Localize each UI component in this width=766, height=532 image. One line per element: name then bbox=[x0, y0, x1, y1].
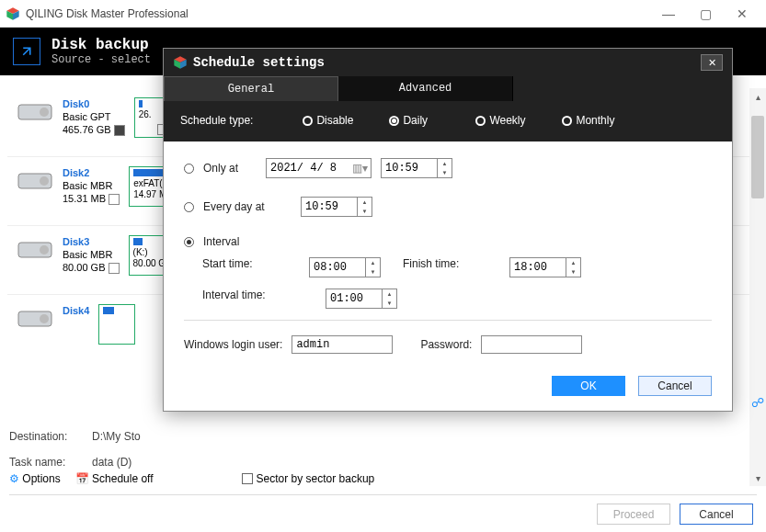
login-row: Windows login user: Password: bbox=[184, 335, 712, 354]
spinner-icon[interactable]: ▲▼ bbox=[382, 289, 396, 308]
destination-value: D:\My Sto bbox=[92, 430, 141, 443]
spinner-icon[interactable]: ▲▼ bbox=[357, 198, 372, 216]
svg-point-4 bbox=[40, 108, 49, 117]
app-title: QILING Disk Master Professional bbox=[26, 7, 650, 20]
interval-times-row: Start time: ▲▼ Finish time: ▲▼ bbox=[202, 257, 712, 277]
only-at-label: Only at bbox=[203, 162, 257, 175]
hdd-icon bbox=[17, 235, 53, 261]
start-time-label: Start time: bbox=[202, 257, 287, 277]
radio-only-at[interactable] bbox=[184, 164, 194, 174]
page-subtitle: Source - select bbox=[51, 53, 151, 66]
disk-name: Disk4 bbox=[63, 304, 89, 317]
only-at-time-input[interactable]: ▲▼ bbox=[381, 158, 452, 178]
every-day-row[interactable]: Every day at ▲▼ bbox=[184, 197, 712, 217]
tab-general[interactable]: General bbox=[164, 76, 338, 101]
disk-name: Disk2 bbox=[63, 166, 120, 179]
only-at-date-input[interactable]: ▥▾ bbox=[266, 158, 372, 178]
radio-monthly[interactable]: Monthly bbox=[562, 114, 635, 127]
separator bbox=[184, 320, 712, 321]
schedule-type-row: Schedule type: Disable Daily Weekly Mont… bbox=[164, 101, 732, 141]
scroll-up-icon[interactable]: ▴ bbox=[749, 88, 766, 105]
disk-checkbox[interactable] bbox=[109, 194, 120, 205]
radio-every-day[interactable] bbox=[184, 202, 194, 212]
disk-size: 465.76 GB bbox=[63, 124, 111, 135]
password-input[interactable] bbox=[481, 335, 582, 354]
minimize-button[interactable]: — bbox=[650, 0, 687, 28]
gear-icon: ⚙ bbox=[9, 472, 19, 485]
interval-time-row: Interval time: ▲▼ bbox=[202, 289, 712, 309]
taskname-label: Task name: bbox=[9, 456, 92, 469]
schedule-type-label: Schedule type: bbox=[180, 114, 253, 127]
dialog-body: Only at ▥▾ ▲▼ Every day at ▲▼ Interval S… bbox=[164, 141, 732, 411]
maximize-button[interactable]: ▢ bbox=[687, 0, 724, 28]
finish-time-label: Finish time: bbox=[403, 257, 487, 277]
dialog-cancel-button[interactable]: Cancel bbox=[638, 376, 712, 396]
app-logo-icon bbox=[6, 6, 20, 21]
spinner-icon[interactable]: ▲▼ bbox=[437, 159, 452, 177]
hdd-icon bbox=[17, 166, 53, 192]
schedule-button[interactable]: 📅 Schedule off bbox=[75, 472, 154, 485]
footer-buttons: Proceed Cancel bbox=[597, 504, 753, 525]
disk-type: Basic MBR bbox=[63, 179, 120, 192]
options-button[interactable]: ⚙ Options bbox=[9, 472, 61, 485]
hdd-icon bbox=[17, 304, 53, 330]
sector-checkbox-row[interactable]: Sector by sector backup bbox=[242, 472, 375, 485]
interval-time-input[interactable]: ▲▼ bbox=[326, 289, 397, 309]
options-row: ⚙ Options 📅 Schedule off Sector by secto… bbox=[9, 468, 757, 495]
dialog-footer: OK Cancel bbox=[184, 376, 712, 396]
proceed-button[interactable]: Proceed bbox=[597, 504, 670, 525]
every-day-label: Every day at bbox=[203, 200, 292, 213]
sector-checkbox[interactable] bbox=[242, 473, 253, 484]
disk-backup-icon bbox=[13, 38, 40, 65]
calendar-icon: 📅 bbox=[75, 472, 89, 485]
start-time-input[interactable]: ▲▼ bbox=[309, 257, 381, 277]
cancel-button[interactable]: Cancel bbox=[680, 504, 753, 525]
radio-daily[interactable]: Daily bbox=[389, 114, 463, 127]
destination-label: Destination: bbox=[9, 430, 92, 443]
disk-size: 80.00 GB bbox=[63, 262, 105, 273]
spinner-icon[interactable]: ▲▼ bbox=[365, 258, 380, 277]
disk-size: 15.31 MB bbox=[63, 193, 106, 204]
login-user-input[interactable] bbox=[292, 335, 393, 354]
disk-type: Basic GPT bbox=[63, 110, 125, 123]
spinner-icon[interactable]: ▲▼ bbox=[566, 258, 580, 277]
svg-point-6 bbox=[40, 176, 49, 186]
dialog-titlebar: Schedule settings ✕ bbox=[164, 49, 732, 76]
disk-type: Basic MBR bbox=[63, 248, 120, 261]
disk-name: Disk0 bbox=[63, 97, 125, 110]
titlebar: QILING Disk Master Professional — ▢ ✕ bbox=[0, 0, 766, 28]
close-button[interactable]: ✕ bbox=[724, 0, 760, 28]
tab-advanced[interactable]: Advanced bbox=[338, 76, 513, 101]
taskname-value: data (D) bbox=[92, 456, 131, 469]
calendar-drop-icon[interactable]: ▥▾ bbox=[349, 162, 371, 175]
only-at-row[interactable]: Only at ▥▾ ▲▼ bbox=[184, 158, 712, 178]
dialog-logo-icon bbox=[173, 55, 188, 70]
interval-label: Interval bbox=[203, 235, 239, 248]
schedule-dialog: Schedule settings ✕ General Advanced Sch… bbox=[163, 48, 733, 412]
every-day-time-input[interactable]: ▲▼ bbox=[301, 197, 372, 217]
disk-checkbox[interactable] bbox=[114, 125, 125, 136]
svg-point-10 bbox=[40, 314, 49, 323]
page-title: Disk backup bbox=[51, 37, 151, 53]
dialog-tabs: General Advanced bbox=[164, 76, 732, 101]
partition-box[interactable] bbox=[98, 304, 135, 345]
interval-row[interactable]: Interval bbox=[184, 235, 712, 248]
svg-point-8 bbox=[40, 245, 49, 255]
dialog-ok-button[interactable]: OK bbox=[552, 376, 625, 396]
login-user-label: Windows login user: bbox=[184, 338, 282, 351]
dialog-title: Schedule settings bbox=[193, 55, 695, 70]
hdd-icon bbox=[17, 97, 53, 123]
password-label: Password: bbox=[420, 338, 472, 351]
interval-time-label: Interval time: bbox=[202, 289, 303, 309]
radio-interval[interactable] bbox=[184, 237, 194, 247]
disk-checkbox[interactable] bbox=[109, 263, 120, 274]
finish-time-input[interactable]: ▲▼ bbox=[509, 257, 581, 277]
side-decoration-icon: ☍ bbox=[751, 395, 764, 410]
dialog-close-button[interactable]: ✕ bbox=[701, 54, 723, 71]
radio-disable[interactable]: Disable bbox=[303, 114, 376, 127]
disk-name: Disk3 bbox=[63, 235, 120, 248]
scrollbar-thumb[interactable] bbox=[751, 116, 764, 198]
radio-weekly[interactable]: Weekly bbox=[475, 114, 549, 127]
